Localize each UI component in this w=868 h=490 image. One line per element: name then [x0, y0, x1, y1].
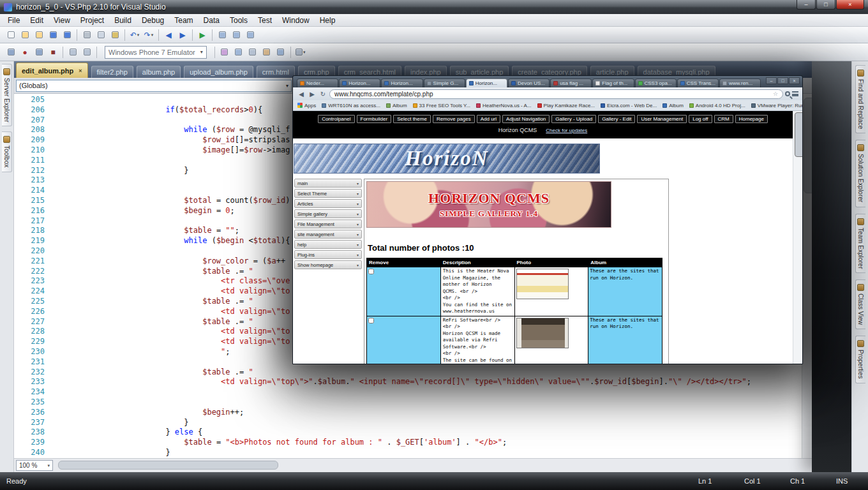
minimize-button[interactable]: –: [797, 0, 816, 10]
attach-process-icon[interactable]: [4, 46, 17, 59]
cut-icon[interactable]: [80, 29, 93, 41]
uncomment-icon[interactable]: [244, 29, 257, 41]
bookmark-33-free-seo-tools-y[interactable]: 33 Free SEO Tools Y...: [413, 103, 471, 108]
cms-nav-user-management[interactable]: User Management: [637, 115, 687, 123]
save-all-icon[interactable]: [61, 29, 73, 41]
browser-menu-icon[interactable]: [792, 91, 798, 96]
cms-nav-homepage[interactable]: Homepage: [735, 115, 768, 123]
bookmark-star-icon[interactable]: ☆: [773, 91, 778, 97]
build-solution-icon[interactable]: [66, 46, 79, 59]
external-tools-icon[interactable]: [246, 46, 259, 59]
globals-dropdown[interactable]: (Globals) ▾: [16, 80, 292, 92]
cms-menu-show-homepage[interactable]: Show homepage▾: [294, 260, 362, 269]
panel-tab-properties[interactable]: Properties: [855, 336, 865, 383]
add-item-icon[interactable]: [19, 29, 31, 41]
back-icon[interactable]: ◀: [297, 91, 306, 98]
cms-nav-select-theme[interactable]: Select theme: [393, 115, 431, 123]
cms-menu-select-theme[interactable]: Select Theme▾: [294, 189, 362, 198]
cms-menu-plug-ins[interactable]: Plug-ins▾: [294, 250, 362, 259]
step-over-icon[interactable]: [33, 46, 45, 59]
cms-menu-main[interactable]: main▾: [294, 179, 362, 188]
save-icon[interactable]: [47, 29, 59, 41]
tab-edit-album-php[interactable]: edit_album.php×: [16, 63, 88, 78]
cms-nav-log-off[interactable]: Log off: [689, 115, 712, 123]
menu-project[interactable]: Project: [75, 15, 109, 26]
cms-menu-file-management[interactable]: File Management▾: [294, 219, 362, 228]
menu-tools[interactable]: Tools: [225, 15, 253, 26]
scrollbar-thumb[interactable]: [804, 98, 812, 193]
browser-maximize-button[interactable]: □: [777, 77, 788, 84]
cms-nav-formbuilder[interactable]: Formbuilder: [357, 115, 392, 123]
browser-tab-neder[interactable]: Neder...: [297, 78, 338, 87]
cms-nav-gallery-upload[interactable]: Gallery - Upload: [551, 115, 596, 123]
browser-tab-simple-g[interactable]: Simple G...: [424, 78, 465, 87]
cms-menu-site-management[interactable]: site management▾: [294, 230, 362, 239]
panel-tab-class-view[interactable]: Class View: [855, 279, 865, 329]
comment-icon[interactable]: [230, 29, 243, 41]
menu-help[interactable]: Help: [315, 15, 341, 26]
browser-tab-horizon[interactable]: Horizon...: [339, 78, 380, 87]
tab-filter2-php[interactable]: filter2.php: [91, 66, 133, 78]
menu-window[interactable]: Window: [277, 15, 315, 26]
menu-data[interactable]: Data: [198, 15, 225, 26]
extensions-icon[interactable]: [260, 46, 273, 59]
close-button[interactable]: ×: [836, 0, 864, 10]
reload-icon[interactable]: ↻: [318, 91, 327, 98]
editor-horizontal-scrollbar[interactable]: [53, 459, 812, 472]
apps-shortcut[interactable]: Apps: [297, 103, 316, 108]
cms-nav-controlpanel[interactable]: Controlpanel: [318, 115, 354, 123]
undo-icon[interactable]: ↶▾: [128, 29, 141, 41]
cms-nav-adjust-navigation[interactable]: Adjust Navigation: [502, 115, 550, 123]
menu-debug[interactable]: Debug: [137, 15, 169, 26]
browser-tab-horizon[interactable]: Horizon...: [381, 78, 423, 87]
address-bar[interactable]: www.hnqcms.com/template/cp.php ☆: [329, 89, 783, 99]
menu-view[interactable]: View: [49, 15, 75, 26]
cms-nav-remove-pages[interactable]: Remove pages: [433, 115, 475, 123]
schema-icon[interactable]: [232, 46, 245, 59]
cms-nav-add-url[interactable]: Add url: [477, 115, 500, 123]
bookmark-vmware-player-run[interactable]: VMware Player: Run...: [751, 103, 802, 108]
search-icon[interactable]: [785, 91, 790, 96]
help-icon[interactable]: [274, 46, 287, 59]
browser-tab-horizon[interactable]: Horizon...: [466, 78, 507, 87]
navigate-back-icon[interactable]: ◀: [162, 29, 175, 41]
panel-tab-solution-explorer[interactable]: Solution Explorer: [855, 140, 865, 207]
menu-test[interactable]: Test: [253, 15, 277, 26]
panel-tab-team-explorer[interactable]: Team Explorer: [855, 214, 865, 273]
close-tab-icon[interactable]: ×: [79, 68, 82, 74]
bookmark-album[interactable]: Album: [662, 103, 684, 108]
bookmark-play-kamikaze-race[interactable]: Play Kamikaze Race...: [537, 103, 595, 108]
navigate-forward-icon[interactable]: ▶: [176, 29, 189, 41]
stop-debug-icon[interactable]: ■: [47, 46, 59, 59]
browser-tab-css3-opa[interactable]: CSS3 opa...: [635, 78, 677, 87]
bookmark-album[interactable]: Album: [386, 103, 407, 108]
open-file-icon[interactable]: [33, 29, 45, 41]
cms-nav-gallery-edit[interactable]: Gallery - Edit: [598, 115, 635, 123]
panel-tab-server-explorer[interactable]: Server Explorer: [2, 64, 12, 126]
check-updates-link[interactable]: Check for updates: [546, 128, 587, 133]
deploy-target-dropdown[interactable]: Windows Phone 7 Emulator ▾: [105, 46, 207, 59]
start-debug-icon[interactable]: ▶: [196, 29, 209, 41]
menu-team[interactable]: Team: [169, 15, 198, 26]
remove-checkbox[interactable]: [368, 269, 374, 274]
copy-icon[interactable]: [94, 29, 107, 41]
scrollbar-thumb[interactable]: [795, 112, 802, 157]
panel-tab-find-and-replace[interactable]: Find and Replace: [855, 65, 865, 133]
xml-editor-icon[interactable]: [218, 46, 231, 59]
remove-checkbox[interactable]: [368, 318, 374, 323]
browser-tab-flag-of-th[interactable]: Flag of th...: [592, 78, 634, 87]
bookmark-android-4-0-hd-proj[interactable]: Android 4.0 HD Proj...: [689, 103, 745, 108]
cms-menu-help[interactable]: help▾: [294, 240, 362, 249]
forward-icon[interactable]: ▶: [308, 91, 317, 98]
browser-close-button[interactable]: ×: [789, 77, 800, 84]
new-project-icon[interactable]: [4, 29, 17, 41]
menu-build[interactable]: Build: [109, 15, 137, 26]
menu-file[interactable]: File: [3, 15, 25, 26]
window-layout-icon[interactable]: ▾: [294, 46, 307, 59]
cms-nav-crm[interactable]: CRM: [714, 115, 733, 123]
bookmark-heathernova-us-a[interactable]: HeatherNova.us - A...: [476, 103, 531, 108]
paste-icon[interactable]: [108, 29, 121, 41]
redo-icon[interactable]: ↷▾: [142, 29, 155, 41]
browser-tab-devon-us[interactable]: Devon US...: [508, 78, 550, 87]
browser-tab-www-ren[interactable]: www.ren...: [719, 78, 761, 87]
